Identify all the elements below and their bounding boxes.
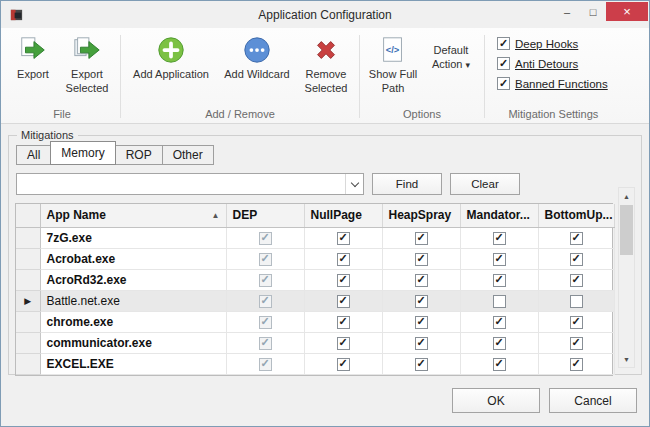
scroll-up-icon: ▲ (623, 193, 630, 200)
heapspray-checkbox[interactable] (415, 295, 428, 308)
ribbon-group-mitigation-settings-label: Mitigation Settings (489, 107, 618, 123)
column-header-mandatory[interactable]: Mandator... (460, 204, 538, 227)
default-action-dropdown[interactable]: Default Action ▾ (422, 30, 480, 72)
add-wildcard-button[interactable]: Add Wildcard (217, 30, 297, 82)
nullpage-checkbox[interactable] (337, 253, 350, 266)
dep-cell (226, 311, 304, 332)
column-header-app-name[interactable]: App Name ▲ (40, 204, 226, 227)
ok-button[interactable]: OK (452, 388, 540, 413)
show-full-path-icon: </> (378, 35, 408, 65)
bottomup-checkbox[interactable] (570, 253, 583, 266)
app-name-cell[interactable]: chrome.exe (40, 311, 226, 332)
nullpage-checkbox[interactable] (337, 316, 350, 329)
nullpage-checkbox[interactable] (337, 358, 350, 371)
mandatory-checkbox[interactable] (493, 358, 506, 371)
row-indicator-cell[interactable] (16, 227, 40, 248)
application-configuration-window: Application Configuration – □ × Export (0, 0, 650, 427)
tab-all[interactable]: All (16, 145, 51, 165)
app-name-cell[interactable]: Battle.net.exe (40, 290, 226, 311)
app-name-cell[interactable]: AcroRd32.exe (40, 269, 226, 290)
mandatory-checkbox[interactable] (493, 274, 506, 287)
table-row[interactable]: AcroRd32.exe (16, 269, 614, 290)
table-row[interactable]: 7zG.exe (16, 227, 614, 248)
scroll-up-button[interactable]: ▲ (619, 188, 634, 204)
cancel-button[interactable]: Cancel (549, 388, 637, 413)
nullpage-checkbox[interactable] (337, 274, 350, 287)
combo-dropdown-button[interactable] (345, 174, 363, 194)
mitigations-groupbox: Mitigations All Memory ROP Other Find Cl… (8, 129, 642, 375)
mandatory-checkbox[interactable] (493, 232, 506, 245)
row-indicator-cell[interactable] (16, 353, 40, 374)
scrollbar-thumb[interactable] (620, 205, 633, 255)
column-header-dep[interactable]: DEP (226, 204, 304, 227)
banned-functions-checkbox[interactable]: Banned Functions (497, 77, 608, 90)
minimize-button[interactable]: – (554, 2, 580, 21)
row-indicator-cell[interactable] (16, 269, 40, 290)
row-indicator-cell[interactable] (16, 311, 40, 332)
nullpage-checkbox[interactable] (337, 232, 350, 245)
default-action-label: Default Action ▾ (426, 44, 476, 72)
mandatory-checkbox[interactable] (493, 316, 506, 329)
row-indicator-cell[interactable]: ▶ (16, 290, 40, 311)
show-full-path-button[interactable]: </> Show Full Path (364, 30, 422, 96)
titlebar[interactable]: Application Configuration – □ × (1, 1, 649, 28)
table-row[interactable]: EXCEL.EXE (16, 353, 614, 374)
anti-detours-checkbox[interactable]: Anti Detours (497, 57, 608, 70)
remove-selected-label: Remove Selected (301, 68, 351, 96)
remove-selected-button[interactable]: Remove Selected (297, 30, 355, 96)
mandatory-checkbox[interactable] (493, 253, 506, 266)
nullpage-cell (304, 269, 382, 290)
close-button[interactable]: × (606, 2, 648, 21)
tab-rop[interactable]: ROP (115, 145, 163, 165)
column-header-heapspray[interactable]: HeapSpray (382, 204, 460, 227)
dep-cell (226, 353, 304, 374)
banned-functions-checkbox-box[interactable] (497, 77, 510, 90)
clear-button[interactable]: Clear (450, 173, 520, 195)
bottomup-checkbox[interactable] (570, 358, 583, 371)
anti-detours-checkbox-box[interactable] (497, 57, 510, 70)
table-row[interactable]: communicator.exe (16, 332, 614, 353)
deep-hooks-checkbox-box[interactable] (497, 37, 510, 50)
heapspray-checkbox[interactable] (415, 358, 428, 371)
filter-input[interactable] (17, 174, 345, 194)
heapspray-checkbox[interactable] (415, 274, 428, 287)
app-name-cell[interactable]: Acrobat.exe (40, 248, 226, 269)
nullpage-checkbox[interactable] (337, 295, 350, 308)
table-row[interactable]: Acrobat.exe (16, 248, 614, 269)
heapspray-checkbox[interactable] (415, 337, 428, 350)
table-row[interactable]: chrome.exe (16, 311, 614, 332)
heapspray-checkbox[interactable] (415, 316, 428, 329)
app-name-cell[interactable]: 7zG.exe (40, 227, 226, 248)
heapspray-checkbox[interactable] (415, 232, 428, 245)
export-button[interactable]: Export (8, 30, 58, 82)
heapspray-checkbox[interactable] (415, 253, 428, 266)
deep-hooks-checkbox[interactable]: Deep Hooks (497, 37, 608, 50)
mandatory-checkbox[interactable] (493, 295, 506, 308)
dep-cell (226, 227, 304, 248)
bottomup-checkbox[interactable] (570, 232, 583, 245)
row-indicator-cell[interactable] (16, 332, 40, 353)
mandatory-checkbox[interactable] (493, 337, 506, 350)
app-name-cell[interactable]: EXCEL.EXE (40, 353, 226, 374)
tab-memory[interactable]: Memory (50, 141, 115, 165)
export-selected-button[interactable]: Export Selected (58, 30, 116, 96)
vertical-scrollbar[interactable]: ▲ ▼ (618, 187, 635, 368)
filter-combobox (16, 173, 364, 195)
tab-other[interactable]: Other (162, 145, 214, 165)
column-header-bottomup[interactable]: BottomUp... (538, 204, 614, 227)
bottomup-cell (538, 269, 614, 290)
table-row[interactable]: ▶Battle.net.exe (16, 290, 614, 311)
bottomup-checkbox[interactable] (570, 274, 583, 287)
app-name-cell[interactable]: communicator.exe (40, 332, 226, 353)
maximize-button[interactable]: □ (580, 2, 606, 21)
bottomup-checkbox[interactable] (570, 337, 583, 350)
nullpage-cell (304, 227, 382, 248)
scroll-down-button[interactable]: ▼ (619, 351, 634, 367)
add-application-button[interactable]: Add Application (125, 30, 217, 82)
bottomup-checkbox[interactable] (570, 295, 583, 308)
nullpage-checkbox[interactable] (337, 337, 350, 350)
bottomup-checkbox[interactable] (570, 316, 583, 329)
row-indicator-cell[interactable] (16, 248, 40, 269)
find-button[interactable]: Find (372, 173, 442, 195)
column-header-nullpage[interactable]: NullPage (304, 204, 382, 227)
